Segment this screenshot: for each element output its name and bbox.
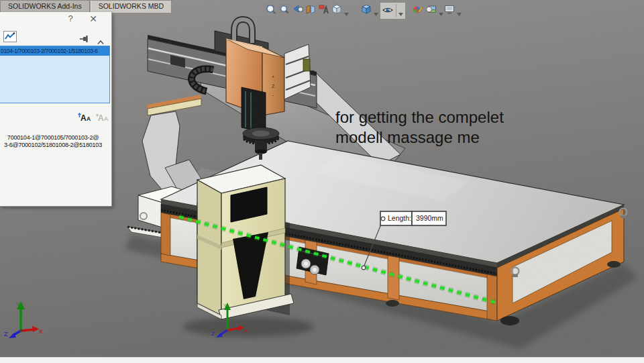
view-orientation-button[interactable] — [331, 3, 344, 17]
annotation-views-button[interactable] — [318, 3, 331, 17]
svg-text:3990mm: 3990mm — [416, 214, 443, 222]
display-style-button[interactable] — [360, 3, 374, 17]
section-view-button[interactable] — [305, 3, 318, 17]
view-orientation-dropdown-icon[interactable] — [343, 8, 350, 14]
measure-results-line1: 7000104-1@7000105/7000103-2@ — [0, 134, 106, 142]
measure-results-line2: 3-6@7000102/51801008-2@5180103 — [0, 142, 106, 149]
svg-text:A: A — [104, 115, 108, 122]
view-settings-dropdown-icon[interactable] — [456, 8, 462, 14]
close-button[interactable]: ✕ — [87, 13, 99, 24]
apply-scene-button[interactable] — [425, 3, 439, 17]
zoom-to-area-button[interactable] — [278, 3, 292, 17]
edit-appearance-button[interactable] — [412, 3, 425, 17]
svg-text:A: A — [87, 115, 91, 122]
measurement-history-icon[interactable] — [3, 31, 17, 45]
selection-list-item[interactable]: 0104-1/7000103-2/7000102-1/5180103-6 — [0, 46, 109, 56]
zoom-to-fit-button[interactable] — [265, 3, 278, 17]
svg-text:A: A — [98, 113, 104, 123]
svg-text:Z: Z — [4, 331, 8, 338]
selection-listbox[interactable]: 0104-1/7000103-2/7000102-1/5180103-6 — [0, 46, 110, 103]
svg-text:X: X — [39, 328, 43, 335]
font-decrease-icon: A A — [94, 111, 109, 125]
hide-show-items-group — [380, 2, 406, 19]
tab-solidworks-mbd[interactable]: SOLIDWORKS MBD — [91, 0, 172, 13]
help-button[interactable]: ? — [64, 13, 76, 23]
tab-solidworks-addins[interactable]: SOLIDWORKS Add-Ins — [0, 0, 90, 13]
font-increase-icon[interactable]: A A — [76, 111, 91, 125]
svg-text:Length:: Length: — [388, 214, 411, 222]
commandmanager-tabs: SOLIDWORKS Add-Ins SOLIDWORKS MBD — [0, 0, 172, 12]
display-style-dropdown-icon[interactable] — [373, 8, 379, 14]
svg-text:Y: Y — [16, 301, 20, 307]
previous-view-button[interactable] — [292, 3, 305, 17]
hide-show-items-button[interactable] — [382, 4, 395, 17]
pin-icon[interactable] — [79, 34, 90, 46]
measure-dialog: ? ✕ 0104-1/7000103-2/7000102-1/5180103-6… — [0, 12, 112, 207]
svg-text:for getting the compelet: for getting the compelet — [335, 108, 504, 126]
view-settings-button[interactable] — [443, 3, 457, 17]
measure-results: 7000104-1@7000105/7000103-2@ 3-6@7000102… — [0, 134, 106, 149]
svg-text:modell massage me: modell massage me — [335, 128, 480, 146]
svg-text:A: A — [80, 113, 87, 123]
solidworks-window: + Z - — [0, 0, 644, 363]
status-bar — [0, 357, 644, 363]
hide-show-items-dropdown-icon[interactable] — [398, 8, 404, 14]
